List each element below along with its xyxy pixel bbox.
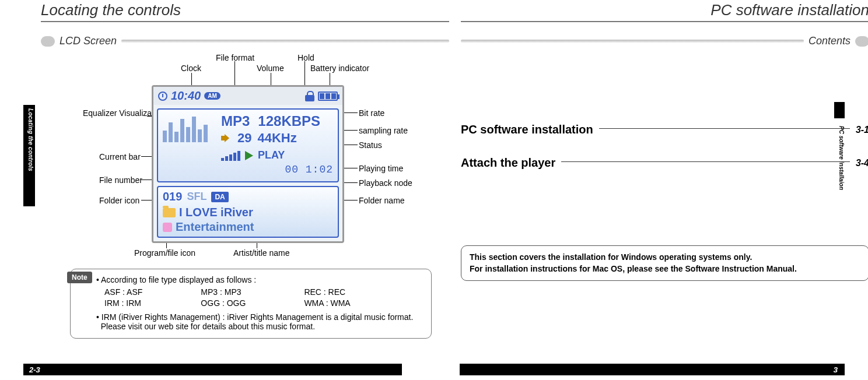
page-number-left: 2-3 — [29, 365, 40, 374]
lcd-top-bar: 10:40 AM — [153, 87, 342, 105]
callout-folder-icon: Folder icon — [99, 196, 139, 205]
lcd-bottom: 019 SFL DA I LOVE iRiver Entertainment — [157, 186, 339, 238]
play-icon — [245, 151, 253, 160]
callout-bitrate: Bit rate — [359, 108, 384, 118]
music-note-icon — [163, 223, 172, 232]
info-box: This section covers the installation for… — [461, 245, 868, 281]
page-title-right: PC software installation — [461, 0, 868, 22]
callout-folder-name: Folder name — [359, 196, 405, 205]
lcd-mid: MP3 128KBPS 29 44KHz PLAY 00 1:02 — [157, 108, 339, 182]
lcd-sfl: SFL — [187, 191, 206, 203]
section-label-contents: Contents — [804, 35, 855, 47]
callout-file-format: File format — [216, 53, 254, 62]
toc-row: PC software installation 3-1 — [461, 123, 868, 136]
section-bar-contents: Contents — [461, 35, 868, 47]
section-bar-lcd: LCD Screen — [41, 35, 449, 47]
lcd-time: 10:40 — [171, 89, 201, 103]
clock-icon — [158, 92, 167, 101]
lcd-elapsed: 00 1:02 — [221, 164, 333, 175]
toc-row: Attach the player 3-4 — [461, 156, 868, 170]
note-line2: • IRM (iRiver Rights Management) : iRive… — [96, 312, 423, 331]
callout-sampling: sampling rate — [359, 126, 408, 135]
info-line1: This section covers the installation for… — [470, 252, 860, 263]
note-line1: • According to file type displayed as fo… — [96, 275, 423, 284]
lcd-khz: 44KHz — [257, 131, 296, 146]
lock-icon — [305, 91, 314, 101]
callout-playback-node: Playback node — [359, 178, 412, 188]
callout-current-bar: Current bar — [99, 152, 141, 161]
toc: PC software installation 3-1 Attach the … — [461, 123, 868, 170]
toc-label: Attach the player — [461, 156, 555, 170]
lcd-ampm: AM — [204, 92, 220, 100]
lcd-bitrate: 128KBPS — [258, 113, 320, 129]
callout-status: Status — [359, 140, 382, 150]
page-right: PC software installation Contents PC sof… — [461, 0, 868, 380]
equalizer-icon — [163, 114, 208, 142]
lcd-format: MP3 — [221, 113, 250, 129]
page-title-left: Locating the controls — [41, 0, 449, 22]
page-number-right: 3 — [834, 365, 838, 374]
lcd-folder: I LOVE iRiver — [179, 206, 253, 219]
lcd-screen: 10:40 AM MP3 128KBPS 29 44KHz — [152, 85, 344, 243]
callout-battery: Battery indicator — [310, 64, 369, 73]
callout-file-number: File number — [99, 175, 142, 185]
lcd-filenum: 019 — [163, 190, 182, 203]
volume-bars-icon — [221, 150, 240, 161]
section-label-lcd: LCD Screen — [55, 35, 121, 47]
note-tag: Note — [67, 272, 92, 283]
callout-eq: Equalizer Visualization — [83, 108, 147, 118]
callout-artist-title: Artist/title name — [233, 248, 289, 258]
file-types-table: ASF : ASFIRM : IRM MP3 : MP3OGG : OGG RE… — [104, 287, 423, 309]
lcd-diagram: Clock File format Volume Hold Battery in… — [41, 53, 449, 263]
folder-icon — [163, 208, 176, 217]
lcd-artist: Entertainment — [176, 220, 254, 234]
toc-page: 3-1 — [856, 125, 868, 135]
lcd-da: DA — [211, 192, 228, 202]
page-left: Locating the controls LCD Screen Clock F… — [41, 0, 449, 380]
battery-icon — [318, 92, 338, 101]
lcd-volume: 29 — [237, 131, 251, 146]
footer-left: 2-3 — [23, 364, 402, 375]
toc-page: 3-4 — [856, 158, 868, 168]
speaker-icon — [221, 133, 232, 143]
info-line2: For installation instructions for Mac OS… — [470, 263, 860, 275]
callout-clock: Clock — [181, 64, 201, 73]
footer-right: 3 — [460, 364, 845, 375]
callout-volume: Volume — [257, 64, 284, 73]
callout-hold: Hold — [298, 53, 314, 62]
side-tab-left: Locating the controls — [23, 105, 35, 206]
note-box: Note • According to file type displayed … — [70, 269, 432, 339]
callout-playtime: Playing time — [359, 164, 403, 173]
toc-label: PC software installation — [461, 123, 593, 136]
callout-program-icon: Program/file icon — [134, 248, 195, 258]
lcd-play: PLAY — [258, 149, 285, 161]
